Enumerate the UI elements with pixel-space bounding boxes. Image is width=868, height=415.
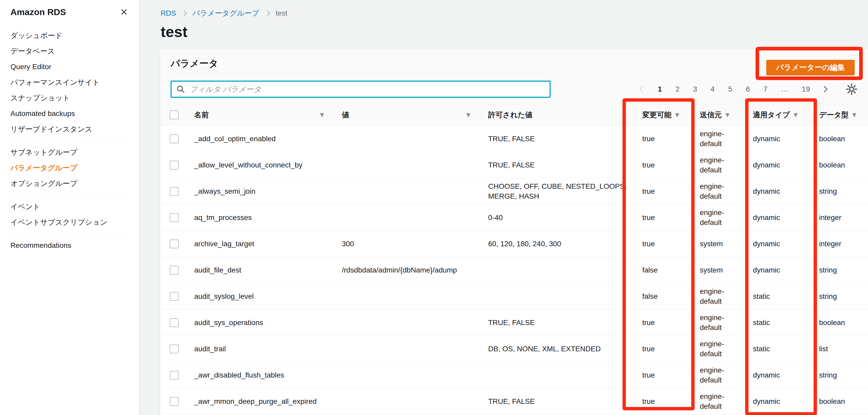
sort-filter-icon[interactable]: ▼ <box>852 112 856 118</box>
row-checkbox[interactable] <box>170 371 179 380</box>
sidebar-item[interactable]: データベース <box>0 43 139 59</box>
sidebar-item[interactable]: サブネットグループ <box>8 145 131 160</box>
row-checkbox[interactable] <box>170 318 179 327</box>
cell-name: _always_semi_join <box>188 178 336 204</box>
column-header: 許可された値 <box>482 104 636 126</box>
cell-allowed: TRUE, FALSE <box>482 126 636 152</box>
sidebar-item[interactable]: イベント <box>8 199 131 214</box>
pagination-page[interactable]: 6 <box>739 85 757 93</box>
pagination-page[interactable]: 4 <box>704 85 722 93</box>
sidebar-item[interactable]: ダッシュボード <box>0 28 139 43</box>
sidebar-item[interactable]: Automated backups <box>0 106 139 122</box>
cell-modifiable: false <box>636 283 693 309</box>
cell-data_type: boolean <box>813 126 868 152</box>
row-checkbox[interactable] <box>170 266 179 275</box>
table-row: _allow_level_without_connect_byTRUE, FAL… <box>160 152 868 178</box>
sidebar-item[interactable]: リザーブドインスタンス <box>0 122 139 137</box>
cell-source: system <box>693 231 747 257</box>
cell-modifiable: true <box>636 310 693 336</box>
row-checkbox[interactable] <box>170 187 179 196</box>
sidebar-item[interactable]: パラメータグループ <box>8 160 131 176</box>
sort-filter-icon[interactable]: ▼ <box>320 112 324 118</box>
previous-page-icon[interactable] <box>639 86 646 92</box>
cell-apply_type: dynamic <box>747 126 813 152</box>
pagination-page[interactable]: 2 <box>669 85 686 93</box>
breadcrumb-current: test <box>276 9 287 18</box>
row-checkbox[interactable] <box>170 161 179 170</box>
table-header-row: 名前▼値▼許可された値変更可能▼送信元▼適用タイプ▼データ型▼ <box>160 104 868 126</box>
sidebar-close-button[interactable]: × <box>119 7 129 17</box>
next-page-icon[interactable] <box>821 86 827 92</box>
cell-allowed: TRUE, FALSE <box>482 388 636 414</box>
toolbar-divider <box>837 80 837 98</box>
sidebar-item[interactable]: オプショングループ <box>8 176 131 192</box>
edit-parameters-button[interactable]: パラメーターの編集 <box>766 60 855 75</box>
sidebar-item[interactable]: イベントサブスクリプション <box>8 214 131 230</box>
filter-parameters-input[interactable] <box>189 85 545 94</box>
column-header[interactable]: 名前▼ <box>188 104 336 126</box>
row-select-cell <box>160 310 188 336</box>
gear-icon <box>846 83 858 95</box>
cell-data_type: string <box>813 283 868 309</box>
pagination-page[interactable]: 19 <box>795 85 817 93</box>
breadcrumb: RDS パラメータグループ test <box>161 8 287 18</box>
cell-source: engine-default <box>693 126 747 152</box>
cell-data_type: string <box>813 362 868 388</box>
cell-apply_type: dynamic <box>747 152 813 178</box>
row-checkbox[interactable] <box>170 292 179 301</box>
row-checkbox[interactable] <box>170 134 179 143</box>
sort-filter-icon[interactable]: ▼ <box>794 112 798 118</box>
cell-apply_type: dynamic <box>747 205 813 231</box>
row-checkbox[interactable] <box>170 345 179 353</box>
cell-allowed: TRUE, FALSE <box>482 310 636 336</box>
panel-header: パラメータ パラメーターの編集 1234567…19 <box>160 49 868 104</box>
sort-filter-icon[interactable]: ▼ <box>675 112 679 118</box>
sidebar-item[interactable]: スナップショット <box>0 90 139 106</box>
row-checkbox[interactable] <box>170 213 179 222</box>
cell-modifiable: true <box>636 178 693 204</box>
cell-data_type: string <box>813 178 868 204</box>
cell-data_type: string <box>813 257 868 283</box>
cell-apply_type: dynamic <box>747 257 813 283</box>
table-row: audit_sys_operationsTRUE, FALSEtrueengin… <box>160 310 868 336</box>
cell-modifiable: true <box>636 126 693 152</box>
select-all-checkbox[interactable] <box>170 110 179 119</box>
sort-filter-icon[interactable]: ▼ <box>466 112 470 118</box>
cell-value: 300 <box>336 231 482 257</box>
cell-value <box>336 283 482 309</box>
row-select-cell <box>160 126 188 152</box>
cell-apply_type: static <box>747 310 813 336</box>
row-checkbox[interactable] <box>170 397 179 406</box>
cell-apply_type: dynamic <box>747 178 813 204</box>
sidebar-item[interactable]: Recommendations <box>8 238 131 253</box>
column-header[interactable]: 送信元▼ <box>693 104 747 126</box>
cell-apply_type: dynamic <box>747 362 813 388</box>
cell-source: system <box>693 257 747 283</box>
column-header[interactable]: 適用タイプ▼ <box>747 104 813 126</box>
sidebar-item[interactable]: Query Editor <box>0 59 139 75</box>
cell-modifiable: true <box>636 152 693 178</box>
table-toolbar-right: 1234567…19 <box>640 80 858 98</box>
breadcrumb-link-parameter-groups[interactable]: パラメータグループ <box>192 8 259 18</box>
row-checkbox[interactable] <box>170 240 179 248</box>
cell-apply_type: static <box>747 336 813 362</box>
pagination-page[interactable]: 1 <box>651 85 669 93</box>
breadcrumb-link-rds[interactable]: RDS <box>161 9 176 18</box>
column-header[interactable]: 変更可能▼ <box>636 104 693 126</box>
sidebar-item[interactable]: パフォーマンスインサイト <box>0 75 139 90</box>
search-icon <box>176 85 185 94</box>
column-header[interactable]: データ型▼ <box>813 104 868 126</box>
cell-apply_type: static <box>747 283 813 309</box>
cell-value <box>336 362 482 388</box>
pagination-page[interactable]: 5 <box>721 85 739 93</box>
pagination-page[interactable]: 7 <box>756 85 774 93</box>
cell-data_type: list <box>813 336 868 362</box>
cell-allowed: CHOOSE, OFF, CUBE, NESTED_LOOPS, MERGE, … <box>482 178 636 204</box>
pagination-page[interactable]: 3 <box>686 85 704 93</box>
cell-name: audit_syslog_level <box>188 283 336 309</box>
sort-filter-icon[interactable]: ▼ <box>725 112 730 118</box>
column-header[interactable]: 値▼ <box>336 104 482 126</box>
cell-name: _allow_level_without_connect_by <box>188 152 336 178</box>
table-settings-button[interactable] <box>846 83 858 95</box>
cell-name: _awr_disabled_flush_tables <box>188 362 336 388</box>
